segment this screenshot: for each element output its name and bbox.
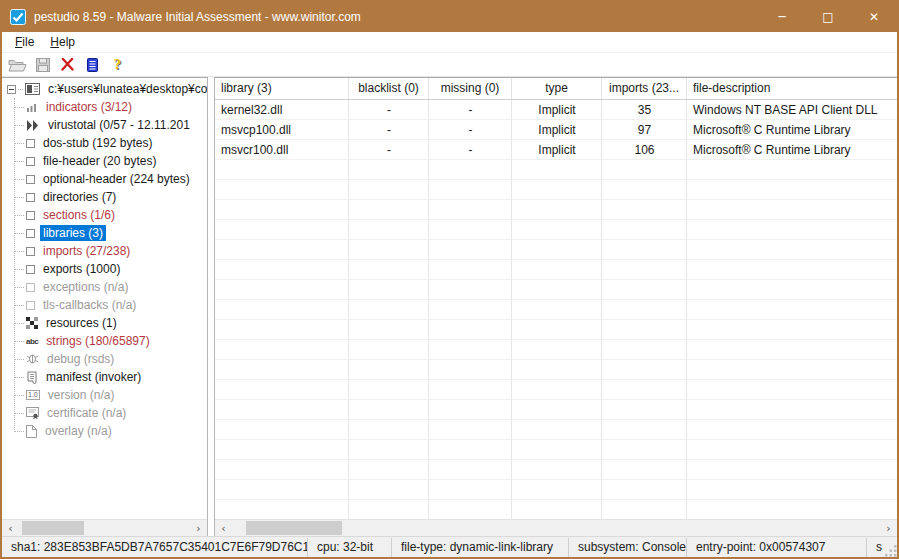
checkbox-icon [26,157,35,166]
tree-item-resources[interactable]: resources (1) [2,314,207,332]
cell: - [429,140,512,160]
column-header-file-description[interactable]: file-description [687,78,897,99]
minimize-button[interactable]: ─ [759,2,805,32]
tree-connector [14,341,24,342]
tree-item-imports[interactable]: imports (27/238) [2,242,207,260]
binary-file-icon [25,83,40,95]
cell: Implicit [512,140,602,160]
tree-connector [14,395,24,396]
scroll-right-icon[interactable]: › [880,520,897,536]
scrollbar-thumb[interactable] [246,521,342,535]
column-header-imports[interactable]: imports (23... [602,78,687,99]
help-icon: ? [114,56,122,73]
maximize-button[interactable]: □ [805,2,851,32]
report-icon [87,58,98,72]
tree-item-optional-header[interactable]: optional-header (224 bytes) [2,170,207,188]
tree-item-dos-stub[interactable]: dos-stub (192 bytes) [2,134,207,152]
cell: Windows NT BASE API Client DLL [687,100,897,120]
checkbox-icon [26,175,35,184]
scrollbar-thumb[interactable] [22,521,84,535]
close-file-button[interactable] [55,54,80,76]
open-file-button[interactable] [5,54,30,76]
tree-item-directories[interactable]: directories (7) [2,188,207,206]
menu-bar: FileHelp [2,32,897,53]
table-row[interactable]: kernel32.dll--Implicit35Windows NT BASE … [215,100,897,120]
version-icon: 1.0 [26,390,40,400]
tree-item-certificate[interactable]: certificate (n/a) [2,404,207,422]
tree-item-libraries[interactable]: libraries (3) [2,224,207,242]
checkbox-icon [26,301,35,310]
tree-item-debug[interactable]: debug (rsds) [2,350,207,368]
tree-item-exports[interactable]: exports (1000) [2,260,207,278]
scroll-right-icon[interactable]: › [190,520,207,536]
save-icon [36,58,50,72]
tree-connector [14,251,24,252]
tree-connector [14,197,24,198]
report-button[interactable] [80,54,105,76]
minus-box-icon[interactable] [7,85,16,94]
cell: Microsoft® C Runtime Library [687,120,897,140]
tree-item-indicators[interactable]: indicators (3/12) [2,98,207,116]
cell: 35 [602,100,687,120]
scrollbar-track[interactable] [232,520,880,536]
entry-point-status: entry-point: 0x00574307 [687,538,867,557]
checkbox-icon [26,193,35,202]
tree-item-strings[interactable]: abcstrings (180/65897) [2,332,207,350]
window-controls: ─ □ ✕ [759,2,897,32]
tree-connector [14,287,24,288]
cell: msvcr100.dll [215,140,349,160]
scrollbar-track[interactable] [19,520,190,536]
column-header-type[interactable]: type [512,78,602,99]
strings-icon: abc [26,337,38,346]
column-header-missing[interactable]: missing (0) [429,78,512,99]
tree-item-virustotal[interactable]: virustotal (0/57 - 12.11.201 [2,116,207,134]
bar-chart-icon [26,102,38,113]
delete-x-icon [61,58,74,71]
column-header-library[interactable]: library (3) [215,78,349,99]
subsystem-status: subsystem: Console [569,538,687,557]
tree-item-tls-callbacks[interactable]: tls-callbacks (n/a) [2,296,207,314]
cell: 106 [602,140,687,160]
table-pane: library (3)blacklist (0)missing (0)typei… [214,77,897,536]
close-button[interactable]: ✕ [851,2,897,32]
app-icon [10,9,26,25]
manifest-icon [26,371,38,384]
tree-item-sections[interactable]: sections (1/6) [2,206,207,224]
page-icon [26,425,37,438]
table-header: library (3)blacklist (0)missing (0)typei… [215,78,897,100]
tree-item-version[interactable]: 1.0version (n/a) [2,386,207,404]
tree-connector [14,431,24,432]
scroll-left-icon[interactable]: ‹ [2,520,19,536]
about-button[interactable]: ? [105,54,130,76]
tree-item-manifest[interactable]: manifest (invoker) [2,368,207,386]
tree-item-overlay[interactable]: overlay (n/a) [2,422,207,440]
title-bar[interactable]: pestudio 8.59 - Malware Initial Assessme… [2,2,897,32]
file-type-status: file-type: dynamic-link-library [392,538,569,557]
resize-grip[interactable] [885,544,898,557]
toolbar: ? [2,53,897,77]
tree-horizontal-scrollbar[interactable]: ‹ › [2,519,207,536]
checkbox-icon [26,211,35,220]
save-button[interactable] [30,54,55,76]
tree-connector [14,413,24,414]
checkbox-icon [26,139,35,148]
cell: - [349,120,429,140]
table-body: kernel32.dll--Implicit35Windows NT BASE … [215,100,897,519]
tree-connector [14,179,24,180]
table-row[interactable]: msvcp100.dll--Implicit97Microsoft® C Run… [215,120,897,140]
column-header-blacklist[interactable]: blacklist (0) [349,78,429,99]
table-row[interactable]: msvcr100.dll--Implicit106Microsoft® C Ru… [215,140,897,160]
cell: - [429,120,512,140]
tree-item-file-header[interactable]: file-header (20 bytes) [2,152,207,170]
table-horizontal-scrollbar[interactable]: ‹ › [215,519,897,536]
tree-root[interactable]: c:¥users¥lunatea¥desktop¥cor [2,80,207,98]
cell: - [349,140,429,160]
checkbox-icon [26,229,35,238]
scroll-left-icon[interactable]: ‹ [215,520,232,536]
tree-connector [14,107,24,108]
tree-item-exceptions[interactable]: exceptions (n/a) [2,278,207,296]
tree-pane: c:¥users¥lunatea¥desktop¥cor indicators … [2,77,208,536]
menu-item-file[interactable]: File [7,33,42,51]
tree-connector [14,377,24,378]
menu-item-help[interactable]: Help [42,33,83,51]
